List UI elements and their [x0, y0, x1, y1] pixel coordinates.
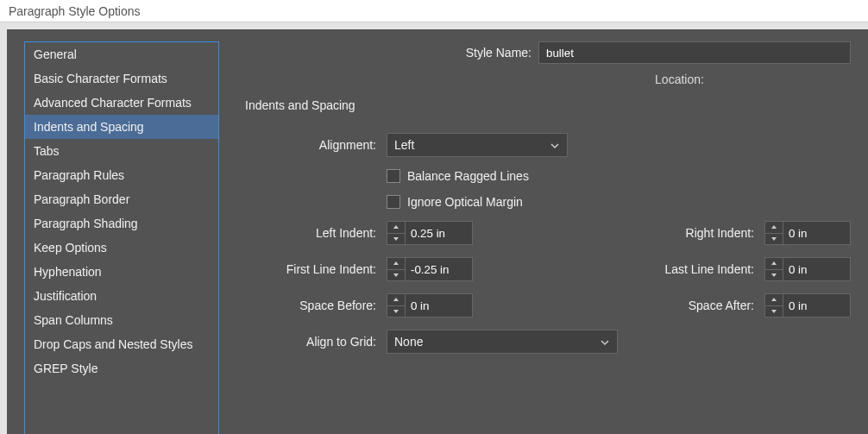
- sidebar-item-tabs[interactable]: Tabs: [25, 139, 218, 163]
- ignore-optical-label: Ignore Optical Margin: [407, 195, 523, 209]
- section-title: Indents and Spacing: [245, 98, 851, 112]
- style-name-label: Style Name:: [245, 46, 538, 60]
- style-name-input[interactable]: [538, 41, 851, 64]
- sidebar-item-paragraph-border[interactable]: Paragraph Border: [25, 187, 218, 211]
- sidebar-item-paragraph-shading[interactable]: Paragraph Shading: [25, 211, 218, 236]
- space-before-input[interactable]: [406, 293, 473, 318]
- align-to-grid-value: None: [394, 335, 423, 349]
- space-after-stepper[interactable]: [764, 293, 851, 318]
- align-to-grid-label: Align to Grid:: [245, 335, 383, 349]
- sidebar-item-keep-options[interactable]: Keep Options: [25, 236, 218, 260]
- last-line-indent-stepper[interactable]: [764, 257, 851, 281]
- arrow-down-icon[interactable]: [765, 306, 783, 318]
- titlebar: Paragraph Style Options: [0, 0, 868, 22]
- sidebar-item-indents-spacing[interactable]: Indents and Spacing: [25, 115, 218, 139]
- left-indent-stepper[interactable]: [387, 221, 628, 245]
- arrow-up-icon[interactable]: [387, 258, 405, 270]
- arrow-up-icon[interactable]: [387, 294, 405, 306]
- last-line-indent-label: Last Line Indent:: [632, 262, 761, 276]
- first-line-indent-stepper[interactable]: [387, 257, 628, 281]
- align-to-grid-dropdown[interactable]: None: [387, 330, 618, 354]
- sidebar-item-hyphenation[interactable]: Hyphenation: [25, 260, 218, 284]
- right-indent-stepper[interactable]: [764, 221, 851, 245]
- alignment-label: Alignment:: [245, 138, 383, 152]
- balance-ragged-checkbox[interactable]: [387, 169, 400, 183]
- left-indent-label: Left Indent:: [245, 226, 383, 240]
- alignment-value: Left: [394, 138, 414, 152]
- balance-ragged-label: Balance Ragged Lines: [407, 169, 529, 183]
- sidebar-item-general[interactable]: General: [25, 42, 218, 66]
- arrow-up-icon[interactable]: [765, 258, 783, 270]
- chevron-down-icon: [550, 140, 560, 150]
- sidebar-item-drop-caps[interactable]: Drop Caps and Nested Styles: [25, 332, 218, 356]
- sidebar: General Basic Character Formats Advanced…: [24, 41, 219, 434]
- right-indent-input[interactable]: [783, 221, 851, 245]
- window-title: Paragraph Style Options: [9, 4, 141, 18]
- arrow-up-icon[interactable]: [387, 222, 405, 234]
- main-content: Style Name: Location: Indents and Spacin…: [219, 41, 868, 434]
- arrow-down-icon[interactable]: [387, 306, 405, 318]
- chevron-down-icon: [600, 337, 610, 347]
- arrow-up-icon[interactable]: [765, 294, 783, 306]
- sidebar-item-span-columns[interactable]: Span Columns: [25, 308, 218, 332]
- left-indent-input[interactable]: [406, 221, 473, 245]
- location-label: Location:: [508, 72, 851, 86]
- right-indent-label: Right Indent:: [632, 226, 761, 240]
- first-line-indent-input[interactable]: [406, 257, 473, 281]
- alignment-dropdown[interactable]: Left: [387, 133, 568, 157]
- sidebar-item-advanced-char[interactable]: Advanced Character Formats: [25, 91, 218, 115]
- sidebar-item-paragraph-rules[interactable]: Paragraph Rules: [25, 163, 218, 187]
- arrow-down-icon[interactable]: [765, 234, 783, 245]
- sidebar-item-justification[interactable]: Justification: [25, 284, 218, 308]
- space-after-label: Space After:: [632, 299, 761, 312]
- space-before-stepper[interactable]: [387, 293, 628, 318]
- space-after-input[interactable]: [783, 293, 851, 318]
- ignore-optical-checkbox[interactable]: [387, 195, 400, 209]
- sidebar-item-grep-style[interactable]: GREP Style: [25, 356, 218, 381]
- arrow-up-icon[interactable]: [765, 222, 783, 234]
- arrow-down-icon[interactable]: [387, 270, 405, 281]
- first-line-indent-label: First Line Indent:: [245, 262, 383, 276]
- arrow-down-icon[interactable]: [387, 234, 405, 245]
- dialog-panel: General Basic Character Formats Advanced…: [7, 29, 868, 434]
- style-name-row: Style Name:: [245, 41, 851, 64]
- last-line-indent-input[interactable]: [783, 257, 851, 281]
- sidebar-item-basic-char[interactable]: Basic Character Formats: [25, 66, 218, 91]
- space-before-label: Space Before:: [245, 299, 383, 312]
- form-grid: Alignment: Left Balance Ragged Lines Ign…: [245, 133, 851, 354]
- arrow-down-icon[interactable]: [765, 270, 783, 281]
